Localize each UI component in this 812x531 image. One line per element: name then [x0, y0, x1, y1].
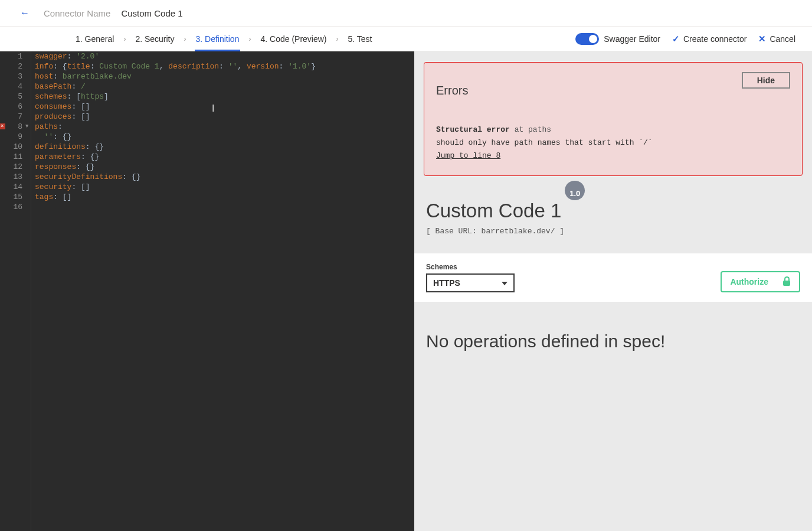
swagger-editor-toggle[interactable]: [575, 33, 599, 45]
code-line[interactable]: [35, 202, 414, 212]
line-number: 1: [5, 51, 22, 61]
swagger-preview: Errors Hide Structural error at paths sh…: [414, 51, 812, 531]
code-line[interactable]: '': {}: [35, 132, 414, 142]
error-marker-icon[interactable]: [0, 123, 5, 129]
line-number: 11: [5, 152, 22, 162]
page-header: ← Connector Name Custom Code 1: [0, 0, 812, 26]
create-connector-button[interactable]: ✓ Create connector: [672, 34, 746, 44]
code-line[interactable]: info: {title: Custom Code 1, description…: [35, 61, 414, 71]
line-number: 6: [5, 102, 22, 112]
errors-panel: Errors Hide Structural error at paths sh…: [424, 62, 803, 176]
line-number: 14: [5, 182, 22, 192]
base-url: [ Base URL: barretblake.dev/ ]: [426, 227, 800, 236]
line-number: 7: [5, 112, 22, 122]
create-connector-label: Create connector: [683, 34, 746, 44]
version-badge: 1.0: [565, 181, 585, 200]
cancel-button[interactable]: ✕ Cancel: [758, 34, 795, 44]
fold-caret-icon[interactable]: ▼: [25, 122, 28, 132]
line-number: 5: [5, 92, 22, 102]
code-line[interactable]: swagger: '2.0': [35, 51, 414, 61]
line-number: 16: [5, 202, 22, 212]
chevron-right-icon: ›: [248, 35, 251, 43]
line-number: 3: [5, 71, 22, 82]
cancel-label: Cancel: [770, 34, 795, 44]
error-detail: Structural error at paths should only ha…: [436, 123, 790, 162]
text-cursor-icon: I: [212, 103, 214, 113]
code-line[interactable]: produces: []: [35, 112, 414, 122]
error-location: at paths: [515, 125, 551, 134]
wizard-tab-bar: 1. General›2. Security›3. Definition›4. …: [0, 26, 812, 51]
schemes-bar: Schemes HTTPS Authorize: [414, 253, 812, 302]
tab-step-5[interactable]: 5. Test: [347, 28, 374, 50]
error-message: should only have path names that start w…: [436, 136, 790, 149]
authorize-label: Authorize: [730, 277, 768, 286]
error-heading: Structural error: [436, 125, 510, 134]
line-number: 12: [5, 162, 22, 172]
close-icon: ✕: [758, 34, 766, 44]
workspace: 12345678910111213141516 I swagger: '2.0'…: [0, 51, 812, 531]
code-line[interactable]: schemes: [https]: [35, 92, 414, 102]
code-line[interactable]: security: []: [35, 182, 414, 192]
code-line[interactable]: ▼paths:: [35, 122, 414, 132]
code-line[interactable]: parameters: {}: [35, 152, 414, 162]
line-number: 8: [5, 122, 22, 132]
hide-errors-button[interactable]: Hide: [742, 72, 790, 89]
tab-step-1[interactable]: 1. General: [74, 28, 115, 50]
code-editor[interactable]: 12345678910111213141516 I swagger: '2.0'…: [0, 51, 414, 531]
line-number: 13: [5, 172, 22, 182]
swagger-editor-toggle-label: Swagger Editor: [604, 34, 660, 44]
errors-title: Errors: [436, 84, 468, 97]
lock-icon: [782, 278, 791, 286]
back-arrow-icon[interactable]: ←: [17, 5, 33, 21]
line-number: 2: [5, 61, 22, 71]
tab-step-2[interactable]: 2. Security: [134, 28, 175, 50]
no-operations-message: No operations defined in spec!: [426, 331, 800, 351]
api-title: Custom Code 1: [426, 200, 561, 222]
line-number: 9: [5, 132, 22, 142]
breadcrumb-connector-name: Custom Code 1: [121, 8, 182, 18]
line-number: 10: [5, 142, 22, 152]
code-line[interactable]: tags: []: [35, 192, 414, 202]
jump-to-line-link[interactable]: Jump to line 8: [436, 149, 790, 162]
code-line[interactable]: basePath: /: [35, 82, 414, 92]
tab-step-3[interactable]: 3. Definition: [195, 28, 241, 50]
schemes-label: Schemes: [426, 263, 515, 271]
scheme-select[interactable]: HTTPS: [426, 273, 515, 292]
code-line[interactable]: consumes: []: [35, 102, 414, 112]
line-number: 4: [5, 82, 22, 92]
schemes-group: Schemes HTTPS: [426, 263, 515, 292]
chevron-right-icon: ›: [184, 35, 186, 43]
header-actions: Swagger Editor ✓ Create connector ✕ Canc…: [575, 33, 795, 45]
check-icon: ✓: [672, 34, 680, 44]
api-header: Custom Code 1 1.0 [ Base URL: barretblak…: [424, 200, 803, 253]
wizard-tabs: 1. General›2. Security›3. Definition›4. …: [74, 28, 374, 50]
code-line[interactable]: definitions: {}: [35, 142, 414, 152]
authorize-button[interactable]: Authorize: [721, 271, 800, 292]
error-gutter: [0, 51, 5, 531]
swagger-editor-toggle-group: Swagger Editor: [575, 33, 660, 45]
line-number: 15: [5, 192, 22, 202]
code-line[interactable]: securityDefinitions: {}: [35, 172, 414, 182]
code-line[interactable]: responses: {}: [35, 162, 414, 172]
chevron-right-icon: ›: [336, 35, 339, 43]
chevron-right-icon: ›: [123, 35, 126, 43]
code-area[interactable]: I swagger: '2.0'info: {title: Custom Cod…: [31, 51, 414, 531]
breadcrumb-connector-label: Connector Name: [44, 8, 110, 18]
tab-step-4[interactable]: 4. Code (Preview): [259, 28, 328, 50]
code-line[interactable]: host: barretblake.dev: [35, 71, 414, 82]
